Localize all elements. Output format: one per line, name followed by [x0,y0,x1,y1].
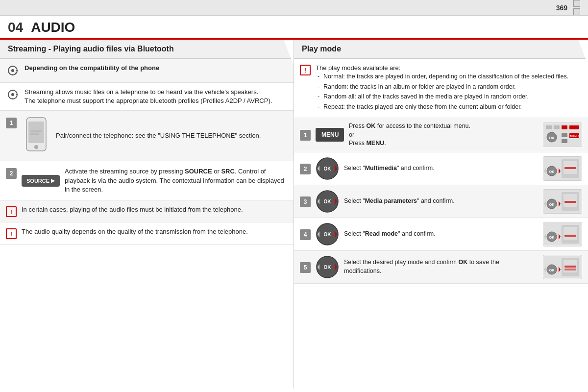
svg-rect-4 [8,70,9,71]
chapter-title-text: AUDIO [31,20,75,35]
left-column: Streaming - Playing audio files via Blue… [0,40,294,389]
step-2-text: Activate the streaming source by pressin… [65,167,288,194]
menu-button[interactable]: MENU [316,128,344,142]
right-step-4: 4 OK Select "Read mode" and confirm. O [294,218,588,251]
svg-rect-55 [564,201,576,203]
left-content-blocks: Depending on the compatibility of the ph… [0,59,294,245]
svg-text:OK: OK [549,203,555,206]
ok-dial-5: OK [316,255,339,279]
ctrl-panel-1: OK MENU [543,122,582,147]
block-exclaim-1: ! In certain cases, playing of the audio… [0,200,294,222]
svg-text:OK: OK [324,232,332,237]
right-step-badge-2: 2 [300,164,311,174]
left-section-title: Streaming - Playing audio files via Blue… [8,45,174,53]
corner-square-2 [573,8,580,15]
block-2-text: Streaming allows music files on a teleph… [24,88,288,105]
chapter-title: 04 AUDIO [8,20,580,35]
right-step-5: 5 OK Select the desired play mode and co… [294,251,588,284]
svg-rect-13 [12,98,13,99]
svg-rect-20 [30,133,39,135]
svg-rect-5 [16,70,18,71]
header-section: 04 AUDIO [0,16,588,40]
exclaim-2-text: The audio quality depends on the quality… [22,227,288,236]
svg-rect-43 [564,167,576,169]
exclaim-1-text: In certain cases, playing of the audio f… [22,205,288,214]
main-content: Streaming - Playing audio files via Blue… [0,40,588,389]
svg-text:OK: OK [549,269,555,272]
play-modes-list: Normal: the tracks are played in order, … [316,73,582,111]
svg-text:OK: OK [549,236,555,239]
svg-rect-80 [564,269,576,270]
right-step-1: 1 MENU Press OK for access to the contex… [294,118,588,152]
svg-rect-2 [12,66,13,67]
list-item-repeat: Repeat: the tracks played are only those… [316,103,582,112]
right-step-2: 2 OK Select "Multimedia" and confirm. [294,152,588,185]
page-number: 369 [556,4,567,12]
svg-rect-25 [569,125,579,129]
svg-rect-31 [562,139,567,143]
right-step-badge-5: 5 [300,262,311,273]
svg-rect-67 [564,235,576,237]
right-step-5-text: Select the desired play mode and confirm… [344,258,538,275]
right-column: Play mode ! The play modes available are… [294,40,588,389]
ctrl-panel-2: OK [543,156,582,181]
block-step-2: 2 SOURCE ▶ Activate the streaming source… [0,161,294,200]
svg-point-18 [34,145,38,149]
ctrl-panel-5: OK [543,255,582,279]
right-section-header: Play mode [294,40,588,59]
source-button[interactable]: SOURCE ▶ [22,175,60,187]
exclaim-icon-1: ! [6,206,17,217]
svg-text:OK: OK [324,199,332,204]
ok-dial-3: OK [316,190,339,213]
svg-rect-19 [30,130,42,132]
left-section-header: Streaming - Playing audio files via Blue… [0,40,294,59]
svg-text:OK: OK [549,136,555,140]
svg-rect-22 [546,125,552,129]
svg-rect-15 [16,94,18,95]
svg-rect-3 [12,74,13,75]
block-exclaim-2: ! The audio quality depends on the quali… [0,222,294,245]
exclaim-icon-right: ! [300,65,311,75]
ctrl-panel-3: OK [543,189,582,214]
corner-squares [573,0,580,15]
svg-rect-79 [564,266,576,268]
right-step-badge-1: 1 [300,130,311,141]
svg-text:OK: OK [324,166,332,172]
right-step-2-text: Select "Multimedia" and confirm. [344,164,538,173]
right-step-badge-3: 3 [300,196,311,207]
list-item-random-all: Random all: all of the tracks saved in t… [316,93,582,101]
step-2-content: SOURCE ▶ Activate the streaming source b… [22,167,288,194]
gear-icon-1 [6,64,20,77]
svg-rect-14 [8,94,9,95]
block-1: Depending on the compatibility of the ph… [0,59,294,83]
play-modes-text: The play modes available are: Normal: th… [316,64,582,113]
svg-point-1 [11,69,14,72]
list-item-random: Random: the tracks in an album or folder… [316,83,582,92]
play-modes-intro: ! The play modes available are: Normal: … [294,59,588,118]
right-section-title: Play mode [302,45,341,53]
block-1-text: Depending on the compatibility of the ph… [24,64,288,73]
exclaim-icon-2: ! [6,228,17,239]
svg-rect-24 [562,125,567,129]
ok-dial-2: OK [316,157,339,180]
svg-rect-17 [28,122,44,143]
svg-rect-30 [562,133,567,137]
step-badge-2: 2 [6,168,17,179]
step-1-content: Pair/connect the telephone: see the "USI… [22,117,261,155]
svg-rect-23 [554,125,560,129]
block-1-strong: Depending on the compatibility of the ph… [24,64,159,72]
svg-rect-12 [12,90,13,91]
right-step-4-text: Select "Read mode" and confirm. [344,230,538,239]
list-item-normal: Normal: the tracks are played in order, … [316,73,582,81]
top-bar: 369 [0,0,588,16]
svg-text:MENU: MENU [570,135,579,138]
right-step-3: 3 OK Select "Media parameters" and confi… [294,185,588,218]
step-1-text: Pair/connect the telephone: see the "USI… [56,131,261,140]
svg-rect-66 [564,227,577,240]
phone-icon [22,117,51,155]
svg-text:OK: OK [549,170,555,173]
svg-rect-54 [564,194,577,207]
ctrl-panel-4: OK [543,222,582,246]
svg-text:OK: OK [324,265,332,270]
svg-point-11 [11,93,14,96]
